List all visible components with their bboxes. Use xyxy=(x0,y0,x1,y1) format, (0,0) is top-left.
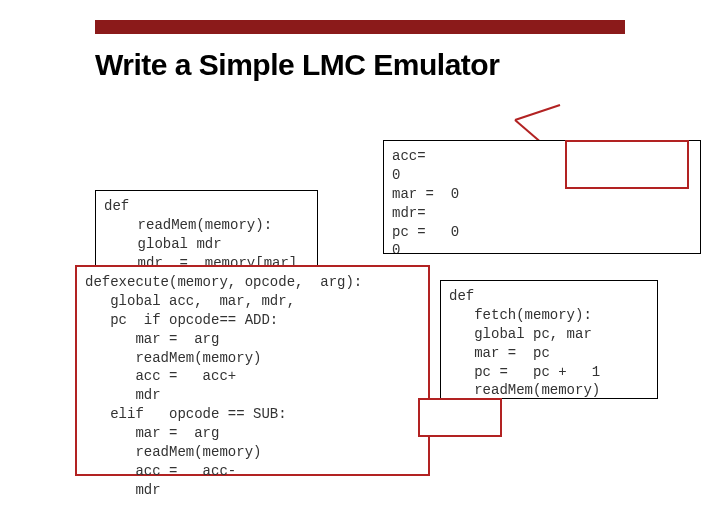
svg-line-1 xyxy=(515,105,560,120)
slide-title: Write a Simple LMC Emulator xyxy=(95,48,499,82)
header-bar xyxy=(95,20,625,34)
code-fetch: def fetch(memory): global pc, mar mar = … xyxy=(440,280,658,399)
code-execute: defexecute(memory, opcode, arg): global … xyxy=(75,265,430,476)
callout-box-top xyxy=(565,140,689,189)
callout-box-bottom xyxy=(418,398,502,437)
